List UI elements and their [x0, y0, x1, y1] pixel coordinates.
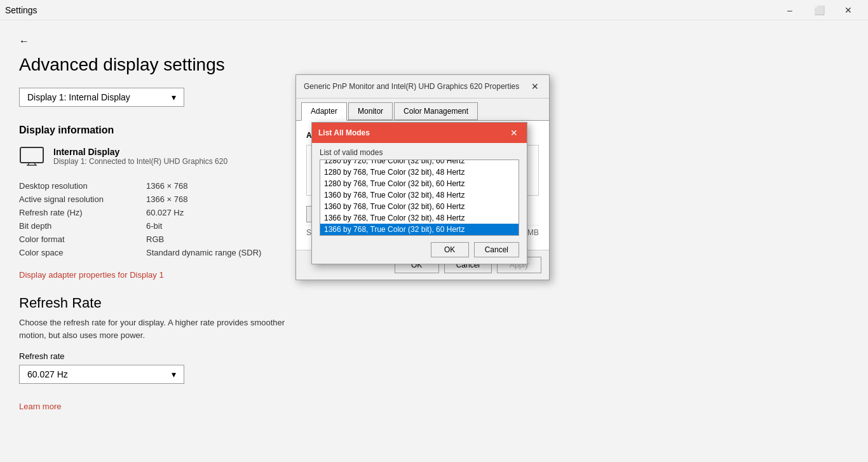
modes-listbox[interactable]: 1280 by 600, True Color (32 bit), 60 Her… [320, 160, 519, 236]
info-value: 6-bit [146, 221, 162, 231]
display-subtitle: Display 1: Connected to Intel(R) UHD Gra… [53, 157, 227, 166]
info-row: Color space Standard dynamic range (SDR) [19, 246, 311, 259]
info-row: Active signal resolution 1366 × 768 [19, 193, 311, 206]
properties-tab-color-management[interactable]: Color Management [394, 102, 478, 120]
adapter-link[interactable]: Display adapter properties for Display 1 [19, 270, 164, 280]
display-info-text: Internal Display Display 1: Connected to… [53, 147, 227, 166]
monitor-icon [19, 146, 44, 166]
mode-item[interactable]: 1360 by 768, True Color (32 bit), 48 Her… [320, 189, 519, 201]
list-modes-close-button[interactable]: ✕ [508, 126, 520, 139]
list-modes-subtitle: List of valid modes [312, 143, 527, 160]
refresh-rate-label: Refresh rate [19, 351, 311, 361]
info-label: Refresh rate (Hz) [19, 208, 146, 217]
svg-rect-0 [20, 147, 43, 163]
display-dropdown-value: Display 1: Internal Display [27, 92, 130, 102]
info-row: Refresh rate (Hz) 60.027 Hz [19, 206, 311, 219]
back-button[interactable]: ← [19, 33, 32, 50]
refresh-rate-description: Choose the refresh rate for your display… [19, 316, 311, 341]
mode-item[interactable]: 1280 by 720, True Color (32 bit), 60 Her… [320, 160, 519, 166]
back-arrow-icon: ← [19, 36, 29, 47]
list-modes-title: List All Modes [318, 128, 370, 137]
minimize-button[interactable]: – [775, 0, 804, 20]
properties-dialog-title: Generic PnP Monitor and Intel(R) UHD Gra… [304, 82, 519, 91]
info-value: 60.027 Hz [146, 208, 184, 217]
info-label: Color format [19, 234, 146, 244]
info-row: Desktop resolution 1366 × 768 [19, 179, 311, 193]
main-container: ← Advanced display settings Display 1: I… [0, 20, 868, 462]
restore-button[interactable]: ⬜ [804, 0, 834, 20]
properties-dialog-tabs: AdapterMonitorColor Management [296, 99, 549, 121]
display-name: Internal Display [53, 147, 227, 157]
mode-item[interactable]: 1360 by 768, True Color (32 bit), 60 Her… [320, 201, 519, 212]
refresh-rate-dropdown[interactable]: 60.027 Hz ▾ [19, 365, 184, 384]
properties-tab-adapter[interactable]: Adapter [301, 102, 347, 121]
mode-item[interactable]: 1280 by 768, True Color (32 bit), 48 Her… [320, 166, 519, 178]
refresh-rate-title: Refresh Rate [19, 295, 311, 311]
list-modes-cancel-button[interactable]: Cancel [474, 242, 519, 257]
chevron-down-icon-refresh: ▾ [172, 369, 176, 379]
info-value: 1366 × 768 [146, 181, 187, 191]
info-table: Desktop resolution 1366 × 768 Active sig… [19, 179, 311, 259]
mode-item[interactable]: 1366 by 768, True Color (32 bit), 60 Her… [320, 224, 519, 235]
info-value: RGB [146, 234, 164, 244]
titlebar-title: Settings [5, 5, 37, 15]
list-modes-titlebar: List All Modes ✕ [312, 123, 527, 143]
info-label: Desktop resolution [19, 181, 146, 191]
titlebar: Settings – ⬜ ✕ [0, 0, 868, 20]
properties-dialog-titlebar: Generic PnP Monitor and Intel(R) UHD Gra… [296, 75, 549, 99]
page-title: Advanced display settings [19, 55, 311, 75]
titlebar-left: Settings [5, 5, 37, 15]
info-value: 1366 × 768 [146, 194, 187, 204]
mode-item[interactable]: 1366 by 768, True Color (32 bit), 48 Her… [320, 212, 519, 224]
display-info-header: Internal Display Display 1: Connected to… [19, 146, 311, 166]
properties-tab-monitor[interactable]: Monitor [348, 102, 393, 120]
info-label: Bit depth [19, 221, 146, 231]
properties-dialog-close-button[interactable]: ✕ [529, 80, 541, 93]
info-row: Bit depth 6-bit [19, 219, 311, 233]
titlebar-controls: – ⬜ ✕ [775, 0, 863, 20]
display-dropdown[interactable]: Display 1: Internal Display ▾ [19, 88, 184, 107]
info-label: Active signal resolution [19, 194, 146, 204]
display-info-section-title: Display information [19, 125, 311, 136]
list-modes-footer: OK Cancel [312, 236, 527, 264]
learn-more-link[interactable]: Learn more [19, 402, 311, 411]
info-value: Standard dynamic range (SDR) [146, 248, 261, 257]
list-modes-ok-button[interactable]: OK [431, 242, 469, 257]
refresh-rate-value: 60.027 Hz [27, 369, 68, 379]
chevron-down-icon: ▾ [172, 92, 176, 102]
left-panel: ← Advanced display settings Display 1: I… [19, 33, 311, 449]
info-row: Color format RGB [19, 233, 311, 246]
close-button[interactable]: ✕ [834, 0, 863, 20]
info-label: Color space [19, 248, 146, 257]
list-modes-dialog: List All Modes ✕ List of valid modes 128… [311, 122, 527, 264]
mode-item[interactable]: 1280 by 768, True Color (32 bit), 60 Her… [320, 178, 519, 189]
